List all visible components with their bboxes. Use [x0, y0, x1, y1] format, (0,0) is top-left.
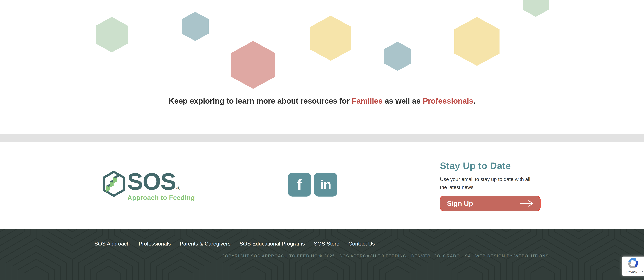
sign-up-label: Sign Up: [447, 200, 473, 207]
footer-link-sos-approach[interactable]: SOS Approach: [94, 241, 130, 247]
social-links: f in: [288, 173, 338, 197]
facebook-icon: f: [297, 176, 302, 193]
footer-link-professionals[interactable]: Professionals: [139, 241, 171, 247]
hexagon-decoration-yellow-1: [310, 16, 352, 61]
recaptcha-badge[interactable]: Privacy - Terms: [622, 256, 644, 276]
cta-text-before: Keep exploring to learn more about resou…: [169, 96, 352, 105]
footer-link-contact-us[interactable]: Contact Us: [348, 241, 375, 247]
arrow-right-icon: [520, 200, 534, 207]
hexagon-decoration-green-1: [96, 17, 128, 52]
newsletter-description: Use your email to stay up to date with a…: [440, 175, 538, 191]
sos-logo[interactable]: SOS ® Approach to Feeding: [102, 171, 195, 202]
families-link[interactable]: Families: [352, 96, 382, 105]
facebook-button[interactable]: f: [288, 173, 311, 197]
footer-link-educational-programs[interactable]: SOS Educational Programs: [240, 241, 305, 247]
copyright-text: COPYRIGHT SOS APPROACH TO FEEDING © 2025…: [94, 253, 549, 258]
cta-text-middle: as well as: [382, 96, 422, 105]
footer-nav: SOS Approach Professionals Parents & Car…: [94, 241, 375, 247]
hexagon-decoration-salmon: [231, 41, 275, 89]
recaptcha-icon: [627, 257, 639, 269]
newsletter-title: Stay Up to Date: [440, 160, 544, 171]
sos-hexagon-stairs-icon: [102, 171, 126, 197]
section-divider: [0, 134, 644, 142]
hexagon-decoration-blue-1: [182, 12, 209, 41]
cta-text-after: .: [473, 96, 475, 105]
footer-content: SOS Approach Professionals Parents & Car…: [94, 229, 549, 280]
linkedin-icon: in: [320, 177, 331, 192]
hexagon-decoration-blue-2: [384, 42, 411, 71]
logo-text: SOS ® Approach to Feeding: [127, 171, 195, 202]
cta-sentence: Keep exploring to learn more about resou…: [0, 96, 644, 105]
hero-section: Keep exploring to learn more about resou…: [0, 0, 644, 134]
footer-link-sos-store[interactable]: SOS Store: [314, 241, 340, 247]
linkedin-button[interactable]: in: [314, 173, 338, 197]
footer-top-section: SOS ® Approach to Feeding f in Stay Up t…: [0, 142, 644, 229]
registered-trademark-symbol: ®: [176, 185, 180, 192]
hexagon-decoration-green-2: [522, 0, 549, 17]
footer-link-parents-caregivers[interactable]: Parents & Caregivers: [180, 241, 230, 247]
newsletter-block: Stay Up to Date Use your email to stay u…: [440, 160, 544, 211]
hexagon-decoration-yellow-2: [454, 17, 500, 66]
sign-up-button[interactable]: Sign Up: [440, 196, 540, 211]
professionals-link[interactable]: Professionals: [423, 96, 473, 105]
recaptcha-privacy-terms[interactable]: Privacy - Terms: [626, 270, 644, 274]
logo-wordmark: SOS: [127, 171, 176, 192]
logo-tagline: Approach to Feeding: [127, 194, 195, 202]
footer-bar: SOS Approach Professionals Parents & Car…: [0, 229, 644, 280]
